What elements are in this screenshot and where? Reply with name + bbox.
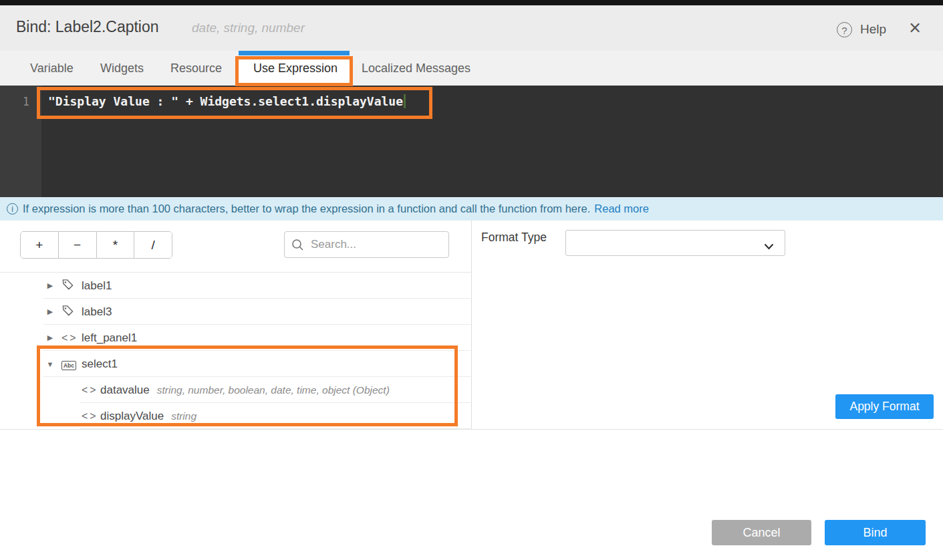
tree-item-label1[interactable]: ▶ label1: [0, 273, 472, 299]
help-icon: ?: [837, 22, 852, 37]
read-more-link[interactable]: Read more: [594, 202, 649, 215]
tree-item-label3[interactable]: ▶ label3: [0, 299, 472, 325]
tree-item-label: label1: [82, 279, 112, 293]
tag-icon: [61, 278, 74, 293]
tab-widgets[interactable]: Widgets: [100, 51, 144, 86]
widget-tree: ▶ label1 ▶ label3 ▶ <> left_panel1 ▼ Abc…: [0, 273, 472, 429]
help-label: Help: [860, 22, 886, 37]
code-icon: <>: [82, 410, 98, 422]
tab-resource[interactable]: Resource: [170, 51, 222, 86]
dialog-header: Bind: Label2.Caption date, string, numbe…: [0, 5, 943, 51]
tree-item-displayvalue[interactable]: <> displayValue string: [0, 403, 472, 429]
tab-localized-messages[interactable]: Localized Messages: [362, 51, 470, 86]
search-input[interactable]: [309, 237, 442, 252]
tab-use-expression[interactable]: Use Expression: [253, 51, 338, 86]
info-icon: i: [7, 203, 18, 215]
dialog-title: Bind: Label2.Caption: [16, 18, 159, 36]
operator-button-group: + − * /: [20, 231, 172, 259]
background-app-strip: [0, 0, 943, 5]
caret-down-icon[interactable]: ▼: [45, 360, 55, 368]
expression-text: "Display Value : " + Widgets.select1.dis…: [48, 94, 403, 108]
operator-add-button[interactable]: +: [21, 232, 59, 258]
info-bar: i If expression is more than 100 charact…: [0, 197, 943, 221]
tree-item-label: left_panel1: [82, 331, 137, 345]
caret-right-icon[interactable]: ▶: [45, 281, 55, 290]
format-type-select[interactable]: [565, 230, 785, 256]
format-type-label: Format Type: [481, 231, 547, 245]
bind-button[interactable]: Bind: [825, 520, 926, 545]
tree-item-select1[interactable]: ▼ Abc select1: [0, 351, 472, 377]
select-widget-icon: Abc: [61, 358, 76, 370]
dialog-subtitle: date, string, number: [192, 21, 305, 35]
footer-divider: [0, 429, 943, 430]
tree-item-left-panel1[interactable]: ▶ <> left_panel1: [0, 325, 472, 351]
search-icon: [291, 239, 304, 251]
search-box[interactable]: [284, 231, 449, 258]
tree-item-label: label3: [82, 305, 112, 319]
expression-code-line[interactable]: "Display Value : " + Widgets.select1.dis…: [48, 94, 406, 108]
operator-multiply-button[interactable]: *: [97, 232, 135, 258]
tree-item-label: select1: [82, 358, 118, 371]
tree-item-label: displayValue: [100, 410, 164, 423]
apply-format-button[interactable]: Apply Format: [835, 394, 934, 419]
caret-right-icon[interactable]: ▶: [45, 333, 55, 342]
editor-line-number: 1: [0, 95, 29, 108]
code-icon: <>: [82, 384, 98, 396]
operator-divide-button[interactable]: /: [134, 232, 172, 258]
editor-caret: [404, 94, 406, 108]
chevron-down-icon: [764, 241, 774, 253]
operator-subtract-button[interactable]: −: [59, 232, 97, 258]
code-icon: <>: [61, 332, 78, 344]
tree-item-type-hint: string, number, boolean, date, time, obj…: [157, 384, 390, 396]
tab-variable[interactable]: Variable: [30, 51, 74, 86]
tree-item-label: datavalue: [100, 384, 150, 397]
info-message: If expression is more than 100 character…: [23, 202, 590, 215]
cancel-button[interactable]: Cancel: [712, 520, 811, 545]
tree-item-type-hint: string: [171, 410, 196, 422]
close-icon[interactable]: ×: [909, 15, 921, 41]
help-button[interactable]: ? Help: [837, 20, 886, 39]
tag-icon: [61, 304, 74, 319]
caret-right-icon[interactable]: ▶: [45, 307, 55, 316]
tree-item-datavalue[interactable]: <> datavalue string, number, boolean, da…: [0, 377, 472, 403]
